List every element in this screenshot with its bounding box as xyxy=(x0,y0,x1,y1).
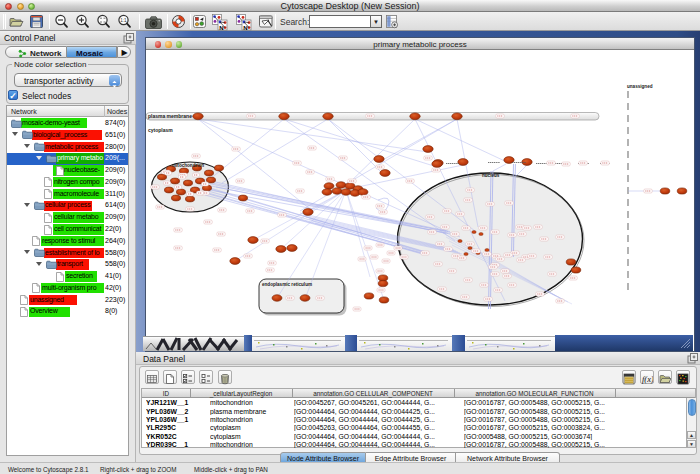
svg-text:nucleus: nucleus xyxy=(482,173,500,178)
svg-text:unassigned: unassigned xyxy=(627,84,653,89)
svg-text:f(x): f(x) xyxy=(642,374,653,384)
svg-text:endoplasmic reticulum: endoplasmic reticulum xyxy=(262,282,312,287)
svg-text:plasma membrane: plasma membrane xyxy=(148,113,192,119)
svg-text:cytoplasm: cytoplasm xyxy=(148,127,173,133)
svg-text:mitochondrion: mitochondrion xyxy=(172,163,204,168)
svg-text:N: N xyxy=(243,25,247,31)
svg-text:N: N xyxy=(219,25,223,31)
svg-text:1:1: 1:1 xyxy=(120,18,127,23)
